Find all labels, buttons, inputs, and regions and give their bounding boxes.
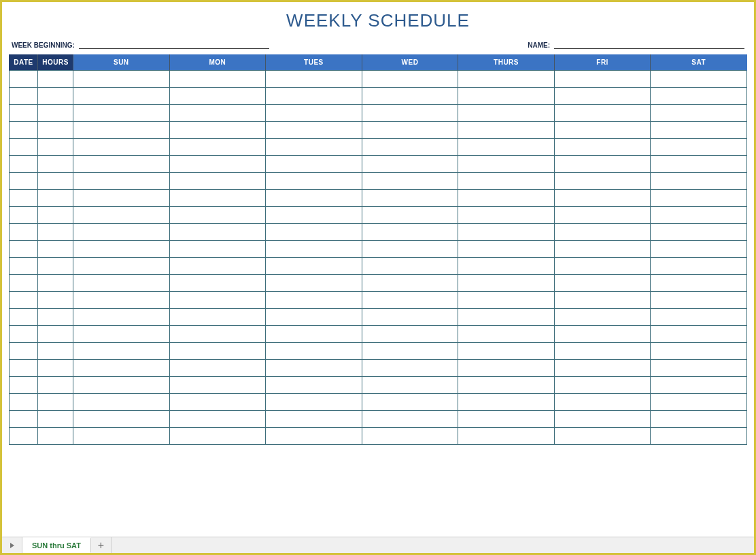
table-cell[interactable] [73,394,170,411]
table-cell[interactable] [266,343,362,360]
table-cell[interactable] [362,394,458,411]
table-cell[interactable] [169,411,266,428]
table-cell[interactable] [554,377,651,394]
table-cell[interactable] [169,258,266,275]
table-cell[interactable] [10,343,38,360]
table-cell[interactable] [38,190,73,207]
table-cell[interactable] [362,377,458,394]
table-cell[interactable] [651,309,747,326]
table-cell[interactable] [651,224,747,241]
table-cell[interactable] [458,71,555,88]
table-cell[interactable] [38,275,73,292]
table-cell[interactable] [362,428,458,445]
table-cell[interactable] [38,360,73,377]
table-cell[interactable] [458,190,555,207]
table-cell[interactable] [38,224,73,241]
add-sheet-button[interactable]: + [91,537,111,553]
table-cell[interactable] [362,309,458,326]
table-cell[interactable] [554,411,651,428]
table-cell[interactable] [651,360,747,377]
table-cell[interactable] [554,428,651,445]
table-cell[interactable] [554,173,651,190]
table-cell[interactable] [554,360,651,377]
table-cell[interactable] [10,122,38,139]
table-cell[interactable] [169,71,266,88]
table-cell[interactable] [362,139,458,156]
table-cell[interactable] [10,326,38,343]
table-cell[interactable] [362,343,458,360]
table-cell[interactable] [73,105,170,122]
table-cell[interactable] [266,258,362,275]
table-cell[interactable] [73,207,170,224]
table-cell[interactable] [73,258,170,275]
week-beginning-input[interactable] [79,39,269,49]
table-cell[interactable] [458,258,555,275]
table-cell[interactable] [73,309,170,326]
table-cell[interactable] [554,224,651,241]
table-cell[interactable] [10,258,38,275]
table-cell[interactable] [266,377,362,394]
table-cell[interactable] [362,105,458,122]
table-cell[interactable] [651,292,747,309]
table-cell[interactable] [362,88,458,105]
table-cell[interactable] [10,88,38,105]
table-cell[interactable] [651,156,747,173]
table-cell[interactable] [266,309,362,326]
table-cell[interactable] [38,88,73,105]
table-cell[interactable] [169,275,266,292]
table-cell[interactable] [362,326,458,343]
table-cell[interactable] [266,71,362,88]
table-cell[interactable] [73,139,170,156]
table-cell[interactable] [554,309,651,326]
table-cell[interactable] [362,207,458,224]
table-cell[interactable] [651,207,747,224]
table-cell[interactable] [38,258,73,275]
table-cell[interactable] [651,190,747,207]
table-cell[interactable] [38,173,73,190]
table-cell[interactable] [10,156,38,173]
table-cell[interactable] [266,224,362,241]
table-cell[interactable] [362,241,458,258]
table-cell[interactable] [266,428,362,445]
table-cell[interactable] [554,326,651,343]
table-cell[interactable] [458,377,555,394]
table-cell[interactable] [266,207,362,224]
table-cell[interactable] [554,241,651,258]
table-cell[interactable] [10,428,38,445]
table-cell[interactable] [554,258,651,275]
table-cell[interactable] [73,411,170,428]
table-cell[interactable] [458,360,555,377]
table-cell[interactable] [169,360,266,377]
table-cell[interactable] [651,105,747,122]
table-cell[interactable] [458,105,555,122]
table-cell[interactable] [73,156,170,173]
table-cell[interactable] [362,275,458,292]
table-cell[interactable] [266,241,362,258]
table-cell[interactable] [38,428,73,445]
table-cell[interactable] [651,122,747,139]
table-cell[interactable] [73,122,170,139]
tab-nav-button[interactable] [2,537,22,553]
table-cell[interactable] [651,275,747,292]
table-cell[interactable] [73,88,170,105]
table-cell[interactable] [458,207,555,224]
table-cell[interactable] [554,105,651,122]
table-cell[interactable] [554,343,651,360]
table-cell[interactable] [169,207,266,224]
table-cell[interactable] [73,241,170,258]
table-cell[interactable] [169,428,266,445]
table-cell[interactable] [362,411,458,428]
table-cell[interactable] [169,377,266,394]
table-cell[interactable] [458,173,555,190]
table-cell[interactable] [10,241,38,258]
table-cell[interactable] [169,173,266,190]
table-cell[interactable] [38,207,73,224]
table-cell[interactable] [362,122,458,139]
table-cell[interactable] [10,292,38,309]
table-cell[interactable] [651,173,747,190]
table-cell[interactable] [38,139,73,156]
table-cell[interactable] [73,190,170,207]
table-cell[interactable] [651,394,747,411]
table-cell[interactable] [458,326,555,343]
table-cell[interactable] [73,275,170,292]
